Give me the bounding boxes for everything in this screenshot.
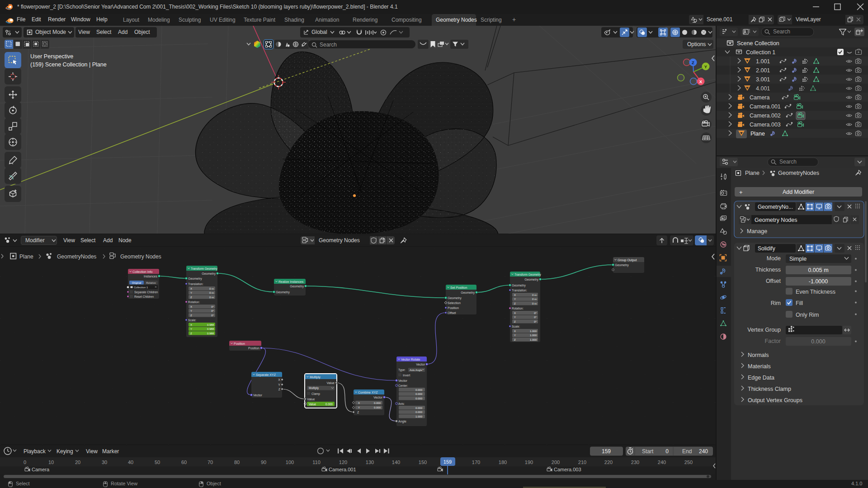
- svg-text:Add Modifier: Add Modifier: [783, 189, 814, 195]
- svg-text:Geometry: Geometry: [615, 263, 629, 267]
- svg-text:X: X: [278, 378, 280, 381]
- svg-text:Z: Z: [514, 338, 516, 341]
- svg-text:Options: Options: [687, 41, 706, 47]
- svg-text:GeometryNo...: GeometryNo...: [758, 204, 793, 210]
- svg-text:3.001: 3.001: [756, 76, 770, 83]
- svg-text:Geometry Nodes: Geometry Nodes: [120, 253, 161, 260]
- svg-text:110: 110: [312, 460, 321, 465]
- svg-text:100: 100: [286, 460, 294, 465]
- svg-text:0: 0: [24, 460, 26, 465]
- svg-text:190: 190: [525, 460, 533, 465]
- svg-text:Geometry: Geometry: [448, 296, 462, 300]
- svg-text:Offset: Offset: [766, 278, 781, 284]
- svg-text:Offset: Offset: [448, 311, 456, 314]
- svg-text:230: 230: [631, 460, 639, 465]
- svg-text:Collection Info: Collection Info: [132, 270, 152, 273]
- svg-text:Camera.003: Camera.003: [554, 467, 581, 472]
- svg-text:0°: 0°: [211, 310, 214, 312]
- svg-text:Transform Geometry: Transform Geometry: [514, 273, 542, 277]
- svg-text:0°: 0°: [211, 305, 214, 308]
- svg-text:0.000: 0.000: [811, 338, 825, 345]
- svg-text:Start: Start: [642, 448, 654, 455]
- svg-text:Z: Z: [190, 296, 192, 299]
- svg-text:Z: Z: [278, 388, 281, 391]
- svg-text:Simple: Simple: [789, 256, 807, 262]
- svg-text:Multiply: Multiply: [309, 386, 319, 390]
- svg-text:Reset Children: Reset Children: [134, 295, 154, 298]
- svg-text:Solidify: Solidify: [758, 245, 775, 252]
- svg-text:0.000: 0.000: [374, 406, 381, 409]
- svg-text:130: 130: [366, 460, 374, 465]
- svg-text:Camera.002: Camera.002: [750, 113, 781, 119]
- svg-text:150: 150: [419, 460, 427, 465]
- svg-text:0.000: 0.000: [415, 411, 423, 413]
- svg-text:-1.0000: -1.0000: [809, 278, 828, 285]
- svg-text:Clamp: Clamp: [311, 392, 320, 396]
- svg-text:0.988: 0.988: [207, 328, 214, 330]
- svg-text:200: 200: [552, 460, 560, 465]
- svg-text:GeometryNodes: GeometryNodes: [778, 170, 819, 176]
- svg-text:210: 210: [578, 460, 586, 465]
- svg-text:Vertex Group: Vertex Group: [747, 327, 781, 333]
- svg-text:0.005 m: 0.005 m: [808, 267, 828, 273]
- svg-text:159: 159: [443, 459, 452, 465]
- svg-text:Selection: Selection: [448, 301, 461, 305]
- svg-text:240: 240: [658, 460, 666, 465]
- svg-text:0 m: 0 m: [209, 287, 214, 290]
- svg-text:Vector: Vector: [416, 363, 425, 366]
- svg-text:Translation:: Translation:: [512, 289, 527, 292]
- svg-text:Z: Z: [514, 302, 516, 305]
- svg-text:Only Rim: Only Rim: [796, 312, 819, 318]
- svg-text:Separate XYZ: Separate XYZ: [256, 373, 276, 377]
- svg-text:Relative: Relative: [146, 282, 156, 284]
- svg-text:4.001: 4.001: [756, 85, 770, 92]
- svg-text:50: 50: [155, 460, 160, 465]
- svg-text:Y: Y: [190, 291, 192, 294]
- svg-text:Marker: Marker: [102, 448, 119, 455]
- svg-text:Collection 1: Collection 1: [746, 49, 775, 56]
- svg-text:120: 120: [339, 460, 347, 465]
- svg-text:0°: 0°: [534, 320, 537, 323]
- svg-text:Z: Z: [190, 314, 192, 317]
- svg-text:Camera.003: Camera.003: [750, 122, 781, 128]
- svg-text:1.000: 1.000: [530, 334, 537, 337]
- svg-text:1.000: 1.000: [530, 338, 537, 341]
- svg-text:X: X: [190, 324, 192, 326]
- svg-text:2.001: 2.001: [756, 67, 770, 74]
- svg-text:Vector: Vector: [253, 394, 263, 397]
- svg-text:View: View: [86, 448, 98, 455]
- svg-text:Instances: Instances: [144, 275, 157, 278]
- svg-text:Z: Z: [190, 332, 192, 335]
- svg-text:30: 30: [102, 460, 107, 465]
- svg-text:Vector Rotate: Vector Rotate: [401, 358, 420, 361]
- svg-text:Translation:: Translation:: [188, 282, 203, 286]
- svg-text:Z: Z: [357, 411, 359, 414]
- svg-text:Multiply: Multiply: [310, 375, 321, 379]
- svg-text:Factor: Factor: [765, 338, 781, 344]
- svg-text:20: 20: [75, 460, 80, 465]
- svg-text:Search: Search: [779, 159, 797, 165]
- svg-text:+: +: [739, 189, 743, 196]
- svg-text:Separate Children: Separate Children: [134, 291, 158, 294]
- svg-text:Plane: Plane: [750, 131, 765, 137]
- svg-text:Geometry: Geometry: [276, 291, 290, 294]
- svg-text:0 m: 0 m: [209, 291, 214, 294]
- svg-text:Search: Search: [773, 28, 790, 35]
- svg-text:X: X: [514, 312, 516, 314]
- svg-text:0 m: 0 m: [532, 294, 537, 296]
- svg-text:Fill: Fill: [796, 300, 803, 306]
- svg-text:Y: Y: [704, 64, 708, 69]
- svg-text:0.988: 0.988: [207, 324, 214, 326]
- svg-text:Rim: Rim: [771, 300, 781, 306]
- svg-text:Value: Value: [307, 398, 315, 401]
- svg-text:GeometryNodes: GeometryNodes: [57, 253, 96, 260]
- svg-text:Geometry: Geometry: [202, 272, 216, 276]
- svg-text:Y: Y: [514, 316, 516, 319]
- svg-text:140: 140: [392, 460, 400, 465]
- svg-text:159: 159: [602, 448, 611, 455]
- svg-text:Vector: Vector: [398, 379, 408, 382]
- svg-text:Axis Angle: Axis Angle: [410, 369, 423, 371]
- svg-text:Rotation:: Rotation:: [188, 300, 200, 304]
- svg-text:Thickness: Thickness: [755, 267, 781, 273]
- svg-text:Camera.001: Camera.001: [750, 103, 781, 110]
